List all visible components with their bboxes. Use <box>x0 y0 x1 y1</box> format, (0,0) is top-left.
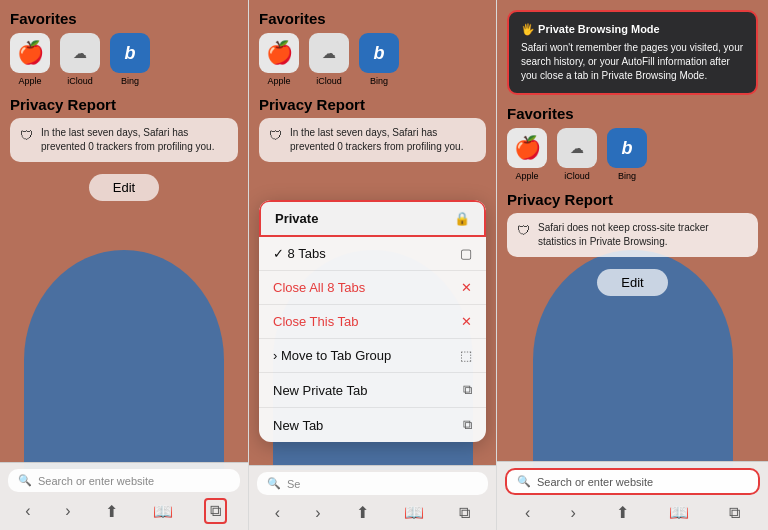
panel-3: 🖐 Private Browsing Mode Safari won't rem… <box>496 0 768 530</box>
panel-1-privacy-text: In the last seven days, Safari has preve… <box>41 126 228 154</box>
panel-1: Favorites 🍎 Apple ☁ iCloud b Bing Privac… <box>0 0 248 530</box>
fav-apple-label-2: Apple <box>267 76 290 86</box>
panel-2: Favorites 🍎 Apple ☁ iCloud b Bing Privac… <box>248 0 496 530</box>
panel-3-search-bar[interactable]: 🔍 Search or enter website <box>505 468 760 495</box>
bookmarks-icon-3[interactable]: 📖 <box>665 501 693 524</box>
search-icon-2: 🔍 <box>267 477 281 490</box>
tabs-icon-2[interactable]: ⧉ <box>455 502 474 524</box>
dropdown-new-tab[interactable]: New Tab ⧉ <box>259 408 486 442</box>
panel-3-favorites-title: Favorites <box>507 105 758 122</box>
back-icon-2[interactable]: ‹ <box>271 502 284 524</box>
fav-icloud-3[interactable]: ☁ iCloud <box>557 128 597 181</box>
shield-icon-3: 🛡 <box>517 222 530 240</box>
icloud-icon-2: ☁ <box>309 33 349 73</box>
dropdown-private-label: Private <box>275 211 318 226</box>
dropdown-close-this-tab[interactable]: Close This Tab ✕ <box>259 305 486 339</box>
fav-icloud-label-1: iCloud <box>67 76 93 86</box>
panel-1-privacy-title: Privacy Report <box>10 96 238 113</box>
fav-bing-1[interactable]: b Bing <box>110 33 150 86</box>
panel-3-bottom-bar: 🔍 Search or enter website ‹ › ⬆ 📖 ⧉ <box>497 461 768 530</box>
tabs-icon-1[interactable]: ⧉ <box>204 498 227 524</box>
share-icon-2[interactable]: ⬆ <box>352 501 373 524</box>
fav-icloud-1[interactable]: ☁ iCloud <box>60 33 100 86</box>
fav-bing-2[interactable]: b Bing <box>359 33 399 86</box>
bing-icon-1: b <box>110 33 150 73</box>
forward-icon-1[interactable]: › <box>61 500 74 522</box>
tabs-icon-3[interactable]: ⧉ <box>725 502 744 524</box>
check-mark: ✓ 8 Tabs <box>273 246 326 261</box>
panel-3-content: 🖐 Private Browsing Mode Safari won't rem… <box>497 0 768 461</box>
new-private-tab-label: New Private Tab <box>273 383 367 398</box>
dropdown-close-all-tabs[interactable]: Close All 8 Tabs ✕ <box>259 271 486 305</box>
fav-bing-3[interactable]: b Bing <box>607 128 647 181</box>
panel-1-search-placeholder: Search or enter website <box>38 475 154 487</box>
shield-icon-2: 🛡 <box>269 127 282 145</box>
panel-2-favorites-title: Favorites <box>259 10 486 27</box>
close-this-icon: ✕ <box>461 314 472 329</box>
fav-icloud-label-2: iCloud <box>316 76 342 86</box>
fav-icloud-label-3: iCloud <box>564 171 590 181</box>
tabs-count-icon: ▢ <box>460 246 472 261</box>
close-all-icon: ✕ <box>461 280 472 295</box>
search-icon-1: 🔍 <box>18 474 32 487</box>
bookmarks-icon-1[interactable]: 📖 <box>149 500 177 523</box>
dropdown-move-to-group[interactable]: › Move to Tab Group ⬚ <box>259 339 486 373</box>
bing-icon-3: b <box>607 128 647 168</box>
fav-apple-label-3: Apple <box>515 171 538 181</box>
bing-icon-2: b <box>359 33 399 73</box>
panel-2-privacy-title: Privacy Report <box>259 96 486 113</box>
panel-1-edit-button[interactable]: Edit <box>89 174 159 201</box>
panel-3-privacy-box: 🛡 Safari does not keep cross-site tracke… <box>507 213 758 257</box>
panel-3-favorites-row: 🍎 Apple ☁ iCloud b Bing <box>507 128 758 181</box>
panel-2-search-placeholder: Se <box>287 478 300 490</box>
panel-3-search-placeholder: Search or enter website <box>537 476 653 488</box>
dropdown-8-tabs[interactable]: ✓ 8 Tabs ▢ <box>259 237 486 271</box>
fav-apple-1[interactable]: 🍎 Apple <box>10 33 50 86</box>
private-notice-title: 🖐 Private Browsing Mode <box>521 22 744 37</box>
fav-apple-2[interactable]: 🍎 Apple <box>259 33 299 86</box>
apple-icon-2: 🍎 <box>259 33 299 73</box>
panel-2-favorites-row: 🍎 Apple ☁ iCloud b Bing <box>259 33 486 86</box>
share-icon-3[interactable]: ⬆ <box>612 501 633 524</box>
new-tab-icon: ⧉ <box>463 417 472 433</box>
panel-3-privacy-text: Safari does not keep cross-site tracker … <box>538 221 748 249</box>
fav-bing-label-2: Bing <box>370 76 388 86</box>
panel-1-search-bar[interactable]: 🔍 Search or enter website <box>8 469 240 492</box>
move-group-label: › Move to Tab Group <box>273 348 391 363</box>
panel-1-nav-icons: ‹ › ⬆ 📖 ⧉ <box>8 496 240 526</box>
panel-1-favorites-title: Favorites <box>10 10 238 27</box>
fav-apple-3[interactable]: 🍎 Apple <box>507 128 547 181</box>
new-tab-label: New Tab <box>273 418 323 433</box>
icloud-icon-1: ☁ <box>60 33 100 73</box>
fav-apple-label-1: Apple <box>18 76 41 86</box>
panel-2-privacy-text: In the last seven days, Safari has preve… <box>290 126 476 154</box>
new-private-tab-icon: ⧉ <box>463 382 472 398</box>
panel-1-privacy-box: 🛡 In the last seven days, Safari has pre… <box>10 118 238 162</box>
forward-icon-2[interactable]: › <box>311 502 324 524</box>
panel-1-content: Favorites 🍎 Apple ☁ iCloud b Bing Privac… <box>0 0 248 462</box>
panel-3-edit-button[interactable]: Edit <box>597 269 667 296</box>
panel-2-privacy-box: 🛡 In the last seven days, Safari has pre… <box>259 118 486 162</box>
fav-bing-label-1: Bing <box>121 76 139 86</box>
dropdown-new-private-tab[interactable]: New Private Tab ⧉ <box>259 373 486 408</box>
fav-icloud-2[interactable]: ☁ iCloud <box>309 33 349 86</box>
search-icon-3: 🔍 <box>517 475 531 488</box>
panel-3-nav-icons: ‹ › ⬆ 📖 ⧉ <box>505 499 760 526</box>
panel-2-bottom-bar: 🔍 Se ‹ › ⬆ 📖 ⧉ <box>249 465 496 530</box>
shield-icon-1: 🛡 <box>20 127 33 145</box>
dropdown-private-header: Private 🔒 <box>259 200 486 237</box>
back-icon-3[interactable]: ‹ <box>521 502 534 524</box>
dropdown-menu: Private 🔒 ✓ 8 Tabs ▢ Close All 8 Tabs ✕ … <box>259 200 486 442</box>
forward-icon-3[interactable]: › <box>566 502 579 524</box>
close-this-label: Close This Tab <box>273 314 359 329</box>
back-icon-1[interactable]: ‹ <box>21 500 34 522</box>
move-group-icon: ⬚ <box>460 348 472 363</box>
panel-1-bottom-bar: 🔍 Search or enter website ‹ › ⬆ 📖 ⧉ <box>0 462 248 530</box>
private-notice-text: Safari won't remember the pages you visi… <box>521 42 743 81</box>
panel-2-search-bar[interactable]: 🔍 Se <box>257 472 488 495</box>
lock-icon: 🔒 <box>454 211 470 226</box>
share-icon-1[interactable]: ⬆ <box>101 500 122 523</box>
panel-3-privacy-title: Privacy Report <box>507 191 758 208</box>
panel-1-favorites-row: 🍎 Apple ☁ iCloud b Bing <box>10 33 238 86</box>
bookmarks-icon-2[interactable]: 📖 <box>400 501 428 524</box>
